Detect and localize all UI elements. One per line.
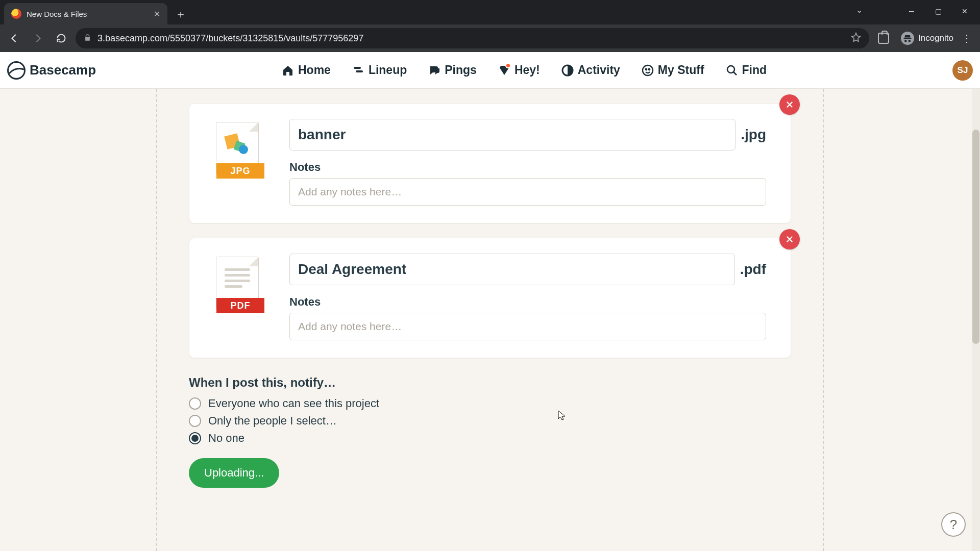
notify-heading: When I post this, notify… xyxy=(189,375,791,390)
incognito-icon xyxy=(901,32,914,45)
file-type-badge: JPG xyxy=(216,163,264,179)
search-icon xyxy=(726,64,738,77)
file-name-input[interactable] xyxy=(289,254,735,285)
tab-title: New Docs & Files xyxy=(27,10,149,18)
svg-point-5 xyxy=(649,68,650,69)
address-bar[interactable]: 3.basecamp.com/5550377/buckets/31325815/… xyxy=(76,28,869,48)
radio-icon xyxy=(189,432,201,444)
browser-tab-strip: New Docs & Files ✕ ＋ ⌄ ─ ▢ ✕ xyxy=(0,0,980,24)
file-notes-input[interactable] xyxy=(289,178,766,206)
browser-toolbar: 3.basecamp.com/5550377/buckets/31325815/… xyxy=(0,24,980,52)
notes-label: Notes xyxy=(289,295,766,309)
svg-rect-0 xyxy=(354,67,361,69)
nav-pings[interactable]: Pings xyxy=(428,63,477,77)
lineup-icon xyxy=(352,64,364,77)
avatar-initials: SJ xyxy=(958,65,968,76)
brand-name: Basecamp xyxy=(30,62,96,78)
browser-back-button[interactable] xyxy=(5,29,23,47)
brand[interactable]: Basecamp xyxy=(7,61,96,80)
browser-reload-button[interactable] xyxy=(52,29,70,47)
incognito-label: Incognito xyxy=(918,33,953,43)
nav-lineup[interactable]: Lineup xyxy=(352,63,407,77)
nav-find[interactable]: Find xyxy=(726,63,767,77)
mystuff-icon xyxy=(642,64,654,77)
notify-option-noone[interactable]: No one xyxy=(189,432,791,445)
extensions-icon[interactable] xyxy=(874,29,893,47)
file-extension-label: .pdf xyxy=(740,261,766,278)
radio-icon xyxy=(189,397,201,410)
browser-tab[interactable]: New Docs & Files ✕ xyxy=(4,3,167,24)
file-extension-label: .jpg xyxy=(741,127,766,143)
notify-option-select[interactable]: Only the people I select… xyxy=(189,414,791,428)
window-maximize-button[interactable]: ▢ xyxy=(926,2,950,20)
browser-menu-icon[interactable]: ⋮ xyxy=(959,32,975,44)
help-button[interactable]: ? xyxy=(941,512,966,537)
svg-rect-1 xyxy=(356,70,363,72)
notification-dot-icon xyxy=(505,63,511,68)
file-thumbnail: PDF xyxy=(214,257,261,340)
remove-file-button[interactable] xyxy=(779,229,800,249)
upload-file-card: JPG .jpg Notes xyxy=(189,103,791,223)
brand-logo-icon xyxy=(7,61,26,80)
new-tab-button[interactable]: ＋ xyxy=(172,5,190,23)
tab-close-icon[interactable]: ✕ xyxy=(154,9,160,19)
notify-section: When I post this, notify… Everyone who c… xyxy=(189,375,791,445)
svg-point-4 xyxy=(646,68,647,69)
lock-icon xyxy=(84,34,91,43)
window-controls: ─ ▢ ✕ xyxy=(899,2,977,20)
nav-home[interactable]: Home xyxy=(282,63,331,77)
nav-hey[interactable]: Hey! xyxy=(498,63,540,77)
activity-icon xyxy=(561,64,574,77)
notes-label: Notes xyxy=(289,161,766,174)
home-icon xyxy=(282,64,294,77)
radio-icon xyxy=(189,415,201,427)
app-top-nav: Basecamp Home Lineup Pings xyxy=(0,52,980,89)
svg-point-3 xyxy=(643,65,653,76)
tabs-dropdown-icon[interactable]: ⌄ xyxy=(856,5,863,15)
window-close-button[interactable]: ✕ xyxy=(952,2,977,20)
upload-file-card: PDF .pdf Notes xyxy=(189,238,791,358)
file-type-badge: PDF xyxy=(216,298,264,313)
nav-activity[interactable]: Activity xyxy=(561,63,620,77)
file-name-input[interactable] xyxy=(289,119,736,151)
submit-upload-button[interactable]: Uploading... xyxy=(189,458,279,488)
browser-forward-button[interactable] xyxy=(29,29,47,47)
file-notes-input[interactable] xyxy=(289,313,766,340)
scrollbar-thumb[interactable] xyxy=(972,130,979,344)
url-text: 3.basecamp.com/5550377/buckets/31325815/… xyxy=(97,33,845,44)
bookmark-star-icon[interactable] xyxy=(851,32,861,45)
hey-icon xyxy=(498,64,510,77)
incognito-indicator[interactable]: Incognito xyxy=(901,32,953,45)
file-thumbnail: JPG xyxy=(214,122,261,206)
nav-mystuff[interactable]: My Stuff xyxy=(642,63,704,77)
pings-icon xyxy=(428,64,440,77)
help-icon: ? xyxy=(950,517,957,533)
notify-option-everyone[interactable]: Everyone who can see this project xyxy=(189,397,791,410)
avatar[interactable]: SJ xyxy=(952,60,973,81)
remove-file-button[interactable] xyxy=(779,94,800,115)
tab-favicon xyxy=(11,9,21,19)
window-minimize-button[interactable]: ─ xyxy=(899,2,924,20)
svg-point-6 xyxy=(727,66,734,73)
page-scrollbar[interactable] xyxy=(972,89,980,551)
page-body: Basecamp Home Lineup Pings xyxy=(0,52,980,551)
